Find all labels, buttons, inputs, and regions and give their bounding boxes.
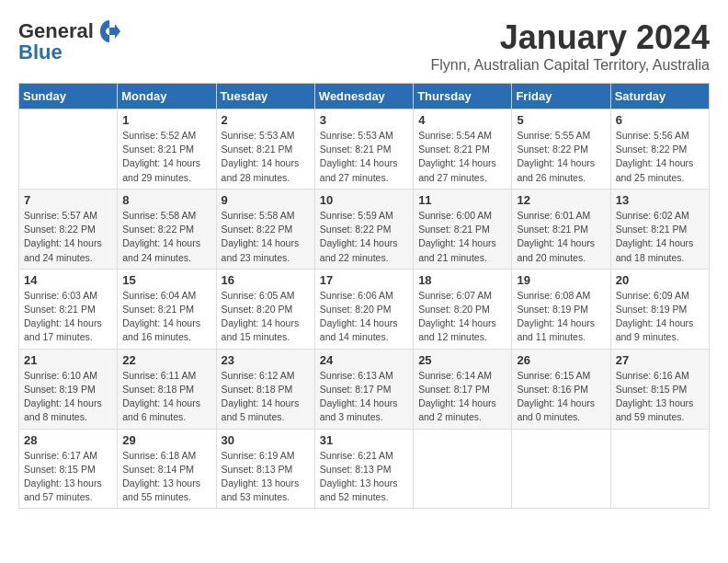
calendar-cell	[414, 429, 512, 509]
calendar-cell: 10Sunrise: 5:59 AMSunset: 8:22 PMDayligh…	[314, 189, 413, 269]
day-number: 24	[320, 353, 408, 367]
day-number: 12	[517, 193, 605, 207]
day-info: Sunrise: 5:55 AMSunset: 8:22 PMDaylight:…	[517, 129, 605, 185]
day-number: 2	[222, 113, 310, 127]
day-number: 29	[122, 433, 210, 447]
day-info: Sunrise: 6:17 AMSunset: 8:15 PMDaylight:…	[24, 449, 112, 505]
calendar-cell: 24Sunrise: 6:13 AMSunset: 8:17 PMDayligh…	[314, 349, 413, 429]
day-number: 20	[616, 273, 704, 287]
day-info: Sunrise: 5:59 AMSunset: 8:22 PMDaylight:…	[320, 209, 408, 265]
calendar-cell: 12Sunrise: 6:01 AMSunset: 8:21 PMDayligh…	[512, 189, 610, 269]
day-info: Sunrise: 6:07 AMSunset: 8:20 PMDaylight:…	[418, 289, 506, 345]
calendar-cell: 7Sunrise: 5:57 AMSunset: 8:22 PMDaylight…	[19, 189, 118, 269]
calendar-cell: 22Sunrise: 6:11 AMSunset: 8:18 PMDayligh…	[118, 349, 216, 429]
page-header: General Blue January 2024 Flynn, Austral…	[18, 18, 710, 74]
logo: General Blue	[18, 18, 122, 64]
calendar-cell: 25Sunrise: 6:14 AMSunset: 8:17 PMDayligh…	[414, 349, 512, 429]
day-info: Sunrise: 5:58 AMSunset: 8:22 PMDaylight:…	[222, 209, 310, 265]
calendar-cell: 29Sunrise: 6:18 AMSunset: 8:14 PMDayligh…	[118, 429, 216, 509]
day-number: 14	[24, 273, 112, 287]
weekday-header-thursday: Thursday	[414, 84, 512, 109]
logo-icon	[97, 18, 122, 44]
day-info: Sunrise: 6:15 AMSunset: 8:16 PMDaylight:…	[517, 369, 605, 425]
location-title: Flynn, Australian Capital Territory, Aus…	[430, 57, 710, 74]
calendar-cell: 26Sunrise: 6:15 AMSunset: 8:16 PMDayligh…	[512, 349, 610, 429]
calendar-cell: 28Sunrise: 6:17 AMSunset: 8:15 PMDayligh…	[19, 429, 118, 509]
calendar-cell	[19, 109, 118, 190]
calendar-cell: 5Sunrise: 5:55 AMSunset: 8:22 PMDaylight…	[512, 109, 610, 190]
calendar-cell: 20Sunrise: 6:09 AMSunset: 8:19 PMDayligh…	[610, 269, 709, 349]
day-info: Sunrise: 6:02 AMSunset: 8:21 PMDaylight:…	[616, 209, 704, 265]
day-info: Sunrise: 6:09 AMSunset: 8:19 PMDaylight:…	[616, 289, 704, 345]
day-info: Sunrise: 6:03 AMSunset: 8:21 PMDaylight:…	[24, 289, 112, 345]
day-info: Sunrise: 6:12 AMSunset: 8:18 PMDaylight:…	[222, 369, 310, 425]
day-number: 16	[222, 273, 310, 287]
day-info: Sunrise: 6:14 AMSunset: 8:17 PMDaylight:…	[418, 369, 506, 425]
day-info: Sunrise: 5:58 AMSunset: 8:22 PMDaylight:…	[122, 209, 210, 265]
day-number: 22	[122, 353, 210, 367]
day-info: Sunrise: 5:53 AMSunset: 8:21 PMDaylight:…	[222, 129, 310, 185]
day-number: 9	[222, 193, 310, 207]
day-number: 1	[122, 113, 210, 127]
day-number: 13	[616, 193, 704, 207]
calendar-table: SundayMondayTuesdayWednesdayThursdayFrid…	[18, 83, 710, 509]
day-number: 10	[320, 193, 408, 207]
day-number: 5	[517, 113, 605, 127]
month-title: January 2024	[430, 18, 710, 57]
day-info: Sunrise: 6:18 AMSunset: 8:14 PMDaylight:…	[122, 449, 210, 505]
weekday-header-tuesday: Tuesday	[216, 84, 314, 109]
day-info: Sunrise: 6:08 AMSunset: 8:19 PMDaylight:…	[517, 289, 605, 345]
calendar-cell: 30Sunrise: 6:19 AMSunset: 8:13 PMDayligh…	[216, 429, 314, 509]
calendar-cell: 9Sunrise: 5:58 AMSunset: 8:22 PMDaylight…	[216, 189, 314, 269]
weekday-header-sunday: Sunday	[19, 84, 118, 109]
day-number: 17	[320, 273, 408, 287]
day-number: 19	[517, 273, 605, 287]
day-number: 31	[320, 433, 408, 447]
calendar-cell: 17Sunrise: 6:06 AMSunset: 8:20 PMDayligh…	[314, 269, 413, 349]
day-info: Sunrise: 6:19 AMSunset: 8:13 PMDaylight:…	[222, 449, 310, 505]
day-number: 3	[320, 113, 408, 127]
day-info: Sunrise: 6:16 AMSunset: 8:15 PMDaylight:…	[616, 369, 704, 425]
calendar-cell: 8Sunrise: 5:58 AMSunset: 8:22 PMDaylight…	[118, 189, 216, 269]
day-number: 25	[418, 353, 506, 367]
day-number: 4	[418, 113, 506, 127]
calendar-cell: 14Sunrise: 6:03 AMSunset: 8:21 PMDayligh…	[19, 269, 118, 349]
day-info: Sunrise: 5:56 AMSunset: 8:22 PMDaylight:…	[616, 129, 704, 185]
day-info: Sunrise: 6:13 AMSunset: 8:17 PMDaylight:…	[320, 369, 408, 425]
day-number: 26	[517, 353, 605, 367]
day-number: 18	[418, 273, 506, 287]
calendar-cell: 16Sunrise: 6:05 AMSunset: 8:20 PMDayligh…	[216, 269, 314, 349]
day-info: Sunrise: 5:53 AMSunset: 8:21 PMDaylight:…	[320, 129, 408, 185]
calendar-cell: 1Sunrise: 5:52 AMSunset: 8:21 PMDaylight…	[118, 109, 216, 190]
calendar-cell: 4Sunrise: 5:54 AMSunset: 8:21 PMDaylight…	[414, 109, 512, 190]
calendar-cell	[610, 429, 709, 509]
title-block: January 2024 Flynn, Australian Capital T…	[430, 18, 710, 74]
calendar-cell: 27Sunrise: 6:16 AMSunset: 8:15 PMDayligh…	[610, 349, 709, 429]
day-number: 6	[616, 113, 704, 127]
calendar-cell	[512, 429, 610, 509]
calendar-cell: 11Sunrise: 6:00 AMSunset: 8:21 PMDayligh…	[414, 189, 512, 269]
weekday-header-wednesday: Wednesday	[314, 84, 413, 109]
day-info: Sunrise: 5:57 AMSunset: 8:22 PMDaylight:…	[24, 209, 112, 265]
day-number: 28	[24, 433, 112, 447]
calendar-cell: 21Sunrise: 6:10 AMSunset: 8:19 PMDayligh…	[19, 349, 118, 429]
calendar-cell: 13Sunrise: 6:02 AMSunset: 8:21 PMDayligh…	[610, 189, 709, 269]
day-number: 11	[418, 193, 506, 207]
calendar-cell: 19Sunrise: 6:08 AMSunset: 8:19 PMDayligh…	[512, 269, 610, 349]
day-info: Sunrise: 6:10 AMSunset: 8:19 PMDaylight:…	[24, 369, 112, 425]
day-number: 15	[122, 273, 210, 287]
day-info: Sunrise: 6:04 AMSunset: 8:21 PMDaylight:…	[122, 289, 210, 345]
calendar-cell: 6Sunrise: 5:56 AMSunset: 8:22 PMDaylight…	[610, 109, 709, 190]
calendar-cell: 23Sunrise: 6:12 AMSunset: 8:18 PMDayligh…	[216, 349, 314, 429]
weekday-header-monday: Monday	[118, 84, 216, 109]
weekday-header-saturday: Saturday	[610, 84, 709, 109]
day-info: Sunrise: 6:11 AMSunset: 8:18 PMDaylight:…	[122, 369, 210, 425]
day-info: Sunrise: 6:21 AMSunset: 8:13 PMDaylight:…	[320, 449, 408, 505]
day-info: Sunrise: 6:01 AMSunset: 8:21 PMDaylight:…	[517, 209, 605, 265]
day-number: 21	[24, 353, 112, 367]
calendar-cell: 15Sunrise: 6:04 AMSunset: 8:21 PMDayligh…	[118, 269, 216, 349]
day-info: Sunrise: 5:52 AMSunset: 8:21 PMDaylight:…	[122, 129, 210, 185]
weekday-header-friday: Friday	[512, 84, 610, 109]
calendar-cell: 31Sunrise: 6:21 AMSunset: 8:13 PMDayligh…	[314, 429, 413, 509]
day-number: 27	[616, 353, 704, 367]
